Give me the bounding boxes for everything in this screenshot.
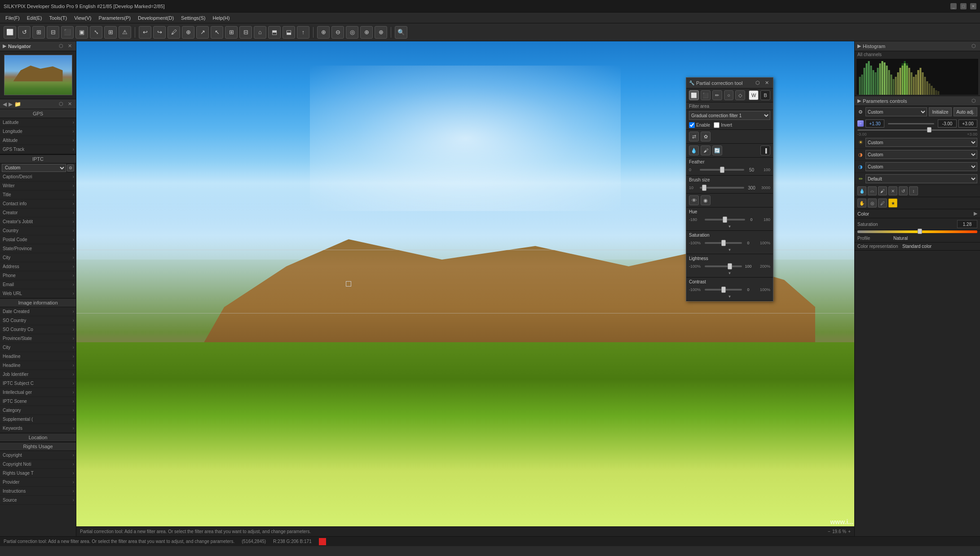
color-expand-btn[interactable]: ▶ <box>974 211 977 216</box>
filebrowser-close[interactable]: ✕ <box>66 101 73 107</box>
params-preset-select[interactable]: Custom <box>865 107 927 116</box>
iptc-select[interactable]: Custom <box>2 164 66 172</box>
params-gold-icon[interactable]: ★ <box>888 199 897 207</box>
toolbar-brush[interactable]: 🖊 <box>168 26 180 39</box>
toolbar-minus[interactable]: ⊟ <box>239 26 252 39</box>
toolbar-select2[interactable]: ▣ <box>75 26 88 39</box>
menu-tools[interactable]: Tools(T) <box>45 14 71 22</box>
hue-track[interactable] <box>705 219 745 221</box>
toolbar-fit[interactable]: ⊕ <box>360 26 373 39</box>
toolbar-add[interactable]: ⊕ <box>182 26 194 39</box>
ct-color-sync[interactable]: 🔄 <box>712 146 722 155</box>
autoadj-button[interactable]: Auto adj. <box>954 107 977 116</box>
params-hand-icon[interactable]: ✋ <box>857 199 866 207</box>
ct-tool-circle[interactable]: ○ <box>724 90 734 100</box>
invert-checkbox-label[interactable]: Invert <box>714 122 732 128</box>
toolbar-zoom-out[interactable]: ⊖ <box>331 26 344 39</box>
saturation-thumb[interactable] <box>721 240 726 246</box>
ct-vis-eye[interactable]: 👁 <box>689 195 699 205</box>
saturation-full-thumb[interactable] <box>918 229 922 234</box>
ct-adj-btn1[interactable]: ⇄ <box>689 132 699 141</box>
navigator-expand[interactable]: ⬡ <box>57 43 65 49</box>
toolbar-arrow1[interactable]: ↗ <box>196 26 209 39</box>
histogram-expand[interactable]: ⬡ <box>970 43 977 49</box>
saturation-track[interactable] <box>705 242 742 244</box>
saturation-full-track[interactable] <box>857 230 977 233</box>
enable-checkbox-label[interactable]: Enable <box>689 122 710 128</box>
params-move-icon[interactable]: ↕ <box>909 186 918 195</box>
fb-back-icon[interactable]: ◀ <box>3 101 7 107</box>
enable-checkbox[interactable] <box>689 122 695 128</box>
params-sun-select[interactable]: Custom <box>865 138 977 147</box>
params-pen-icon[interactable]: 🖊 <box>878 199 887 207</box>
toolbar-search[interactable]: 🔍 <box>395 26 407 39</box>
menu-development[interactable]: Development(D) <box>134 14 177 22</box>
contrast-track[interactable] <box>705 289 742 291</box>
ct-tool-white[interactable]: W <box>749 90 759 100</box>
toolbar-home[interactable]: ⌂ <box>254 26 266 39</box>
ct-close-btn[interactable]: ✕ <box>763 79 770 87</box>
toolbar-redo[interactable]: ↪ <box>153 26 166 39</box>
ct-tool-rect[interactable]: ⬜ <box>689 90 699 100</box>
correction-tool-header[interactable]: 🔧 Partial correction tool ⬡ ✕ <box>686 78 773 88</box>
menu-help[interactable]: Help(H) <box>209 14 234 22</box>
minimize-button[interactable]: _ <box>950 3 957 9</box>
feather-track[interactable] <box>700 169 744 171</box>
ct-tool-black[interactable]: B <box>760 90 770 100</box>
ct-color-brush[interactable]: 🖌 <box>701 146 711 155</box>
fb-forward-icon[interactable]: ▶ <box>9 101 13 107</box>
lightness-thumb[interactable] <box>728 263 732 269</box>
brush-thumb[interactable] <box>702 185 706 191</box>
toolbar-half[interactable]: ⬒ <box>268 26 281 39</box>
invert-checkbox[interactable] <box>714 122 720 128</box>
toolbar-open[interactable]: ↺ <box>18 26 31 39</box>
toolbar-warn[interactable]: ⚠ <box>119 26 131 39</box>
toolbar-grid[interactable]: ⊞ <box>32 26 45 39</box>
toolbar-zoom-in[interactable]: ⊕ <box>317 26 330 39</box>
ct-expand-btn[interactable]: ⬡ <box>754 79 761 87</box>
params-brush-icon[interactable]: 🖌 <box>878 186 887 195</box>
toolbar-actual[interactable]: ⊕ <box>375 26 387 39</box>
menu-edit[interactable]: Edit(E) <box>23 14 46 22</box>
toolbar-select[interactable]: ⬛ <box>61 26 74 39</box>
toolbar-half2[interactable]: ⬓ <box>283 26 295 39</box>
params-eyedrop-icon[interactable]: 💧 <box>857 186 866 195</box>
menu-view[interactable]: View(V) <box>71 14 95 22</box>
params-delete-icon[interactable]: ✕ <box>888 186 897 195</box>
params-pencil-select[interactable]: Default <box>865 174 977 183</box>
params-curve-icon[interactable]: ⌓ <box>868 186 877 195</box>
toolbar-grid2[interactable]: ⊟ <box>47 26 59 39</box>
ct-tool-pen[interactable]: ✏ <box>712 90 722 100</box>
initialize-button[interactable]: Initialize <box>929 107 951 116</box>
params-color2-select[interactable]: Custom <box>865 162 977 171</box>
menu-parameters[interactable]: Parameters(P) <box>95 14 134 22</box>
contrast-thumb[interactable] <box>721 287 726 293</box>
toolbar-undo[interactable]: ↩ <box>139 26 151 39</box>
navigator-close[interactable]: ✕ <box>66 43 73 49</box>
zoom-plus-btn[interactable]: + <box>848 529 851 534</box>
toolbar-layout[interactable]: ⊞ <box>104 26 117 39</box>
zoom-minus-btn[interactable]: − <box>828 529 830 534</box>
toolbar-arrow2[interactable]: ↖ <box>211 26 223 39</box>
params-color1-select[interactable]: Custom <box>865 150 977 159</box>
menu-file[interactable]: File(F) <box>2 14 23 22</box>
lightness-track[interactable] <box>705 265 742 267</box>
filebrowser-expand[interactable]: ⬡ <box>57 101 65 107</box>
ct-tool-brush[interactable]: ⬛ <box>701 90 711 100</box>
menu-settings[interactable]: Settings(S) <box>177 14 209 22</box>
filter-select[interactable]: Gradual correction filter 1 <box>689 111 770 120</box>
ct-vis-eye2[interactable]: ◉ <box>701 195 711 205</box>
params-circle2-icon[interactable]: ◎ <box>868 199 877 207</box>
ct-color-eyedrop[interactable]: 💧 <box>689 146 699 155</box>
exposure-thumb[interactable] <box>927 127 931 132</box>
params-expand[interactable]: ⬡ <box>970 97 977 104</box>
fb-folder-icon[interactable]: 📁 <box>14 101 21 107</box>
maximize-button[interactable]: □ <box>960 3 967 9</box>
toolbar-plus[interactable]: ⊞ <box>225 26 238 39</box>
feather-thumb[interactable] <box>720 167 724 173</box>
ct-adj-btn2[interactable]: ✿ <box>701 132 711 141</box>
brush-track[interactable] <box>700 187 744 189</box>
ct-tool-poly[interactable]: ◇ <box>735 90 745 100</box>
params-undo2-icon[interactable]: ↺ <box>899 186 908 195</box>
params-slider-values[interactable] <box>888 123 934 124</box>
